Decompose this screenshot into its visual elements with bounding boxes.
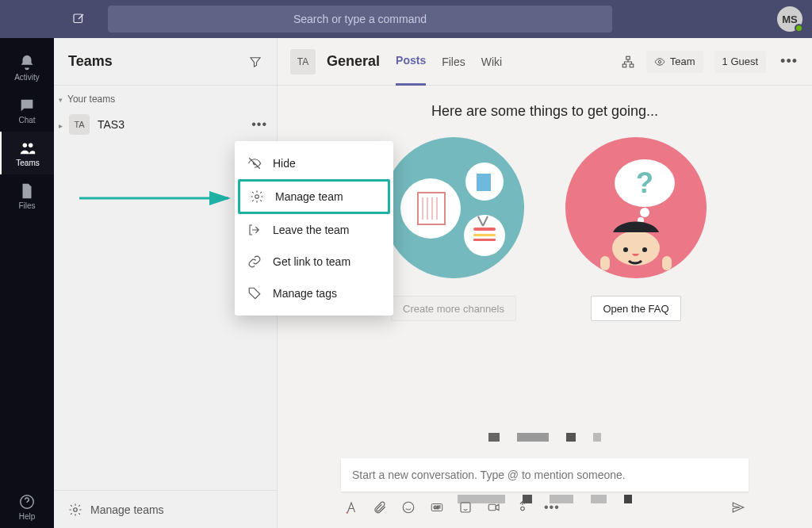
annotation-arrow — [79, 182, 238, 214]
teams-title: Teams — [68, 53, 113, 70]
tab-posts[interactable]: Posts — [396, 38, 426, 86]
avatar[interactable]: MS — [777, 6, 802, 32]
ctx-hide[interactable]: Hide — [235, 147, 393, 179]
channel-more-button[interactable]: ••• — [780, 53, 798, 70]
help-icon — [18, 493, 36, 511]
rail-help[interactable]: Help — [0, 485, 54, 528]
visibility-badge[interactable]: Team — [646, 51, 703, 73]
svg-point-4 — [74, 507, 78, 511]
leave-icon — [247, 223, 262, 237]
hero-title: Here are some things to get going... — [293, 103, 796, 120]
avatar-initials: MS — [782, 13, 798, 25]
presence-available-icon — [795, 24, 803, 33]
meet-now-icon[interactable] — [487, 500, 501, 515]
eye-icon — [654, 56, 665, 67]
teams-icon — [19, 140, 36, 157]
svg-rect-35 — [461, 503, 470, 512]
compose-toolbar: GIF ••• — [341, 492, 749, 518]
guest-badge[interactable]: 1 Guest — [714, 51, 767, 73]
tag-icon — [247, 286, 262, 300]
chat-icon — [18, 97, 36, 114]
svg-rect-8 — [622, 64, 626, 67]
left-rail: Activity Chat Teams Files Help — [0, 38, 54, 528]
svg-text:?: ? — [636, 166, 653, 199]
attach-icon[interactable] — [373, 500, 387, 515]
rail-teams[interactable]: Teams — [0, 132, 54, 174]
svg-rect-18 — [477, 174, 491, 191]
svg-rect-20 — [473, 228, 496, 231]
rail-activity[interactable]: Activity — [0, 46, 54, 89]
svg-rect-22 — [473, 239, 496, 241]
org-chart-icon[interactable] — [621, 55, 635, 69]
send-icon[interactable] — [731, 500, 745, 515]
svg-point-10 — [658, 60, 661, 63]
svg-point-37 — [521, 507, 525, 511]
sticker-icon[interactable] — [458, 500, 473, 515]
ctx-manage-team[interactable]: Manage team — [238, 179, 390, 214]
svg-point-29 — [642, 247, 647, 252]
files-icon — [18, 182, 36, 200]
compose-more-icon[interactable]: ••• — [544, 500, 560, 515]
create-channels-button[interactable]: Create more channels — [391, 296, 516, 321]
compose-input[interactable] — [341, 458, 749, 492]
chevron-right-icon — [59, 117, 69, 132]
illustration-faq: ? — [565, 137, 707, 278]
compose-area: GIF ••• — [278, 458, 812, 528]
hide-icon — [247, 156, 262, 170]
svg-rect-9 — [630, 64, 634, 67]
svg-point-28 — [623, 247, 628, 252]
ctx-get-link[interactable]: Get link to team — [235, 246, 393, 277]
card-faq: ? Open the FAQ — [565, 137, 707, 321]
card-create-channels: Create more channels — [382, 137, 525, 321]
tab-wiki[interactable]: Wiki — [481, 38, 502, 86]
team-badge: TA — [69, 114, 90, 135]
gear-icon — [250, 189, 264, 204]
team-more-button[interactable]: ••• — [251, 117, 267, 132]
search-input[interactable] — [108, 6, 612, 33]
team-name: TAS3 — [98, 118, 251, 131]
bell-icon — [18, 54, 36, 71]
channel-team-badge: TA — [290, 49, 316, 75]
emoji-icon[interactable] — [401, 500, 416, 515]
svg-text:GIF: GIF — [434, 505, 441, 510]
svg-rect-12 — [418, 193, 445, 224]
illustration-channels — [383, 137, 524, 278]
gif-icon[interactable]: GIF — [430, 500, 444, 515]
svg-point-1 — [23, 143, 27, 147]
team-row[interactable]: TA TAS3 ••• — [54, 109, 277, 140]
stream-icon[interactable] — [515, 500, 530, 515]
ctx-leave-team[interactable]: Leave the team — [235, 214, 393, 246]
top-bar: MS — [0, 0, 812, 38]
team-context-menu: Hide Manage team Leave the team Get link… — [235, 141, 393, 316]
svg-rect-0 — [74, 14, 82, 23]
open-faq-button[interactable]: Open the FAQ — [591, 296, 680, 321]
svg-point-2 — [29, 143, 33, 147]
channel-header: TA General Posts Files Wiki Team 1 Guest… — [278, 38, 812, 86]
link-icon — [247, 254, 262, 269]
your-teams-header[interactable]: Your teams — [54, 86, 277, 109]
channel-name: General — [327, 53, 380, 70]
rail-chat[interactable]: Chat — [0, 89, 54, 132]
manage-teams-button[interactable]: Manage teams — [54, 490, 277, 528]
tab-files[interactable]: Files — [442, 38, 465, 86]
gear-icon — [68, 503, 82, 517]
format-icon[interactable] — [344, 500, 358, 515]
svg-point-32 — [403, 502, 414, 513]
svg-point-27 — [612, 231, 660, 266]
svg-rect-7 — [626, 56, 630, 59]
svg-rect-36 — [488, 504, 496, 511]
svg-rect-21 — [473, 234, 496, 236]
svg-rect-31 — [662, 256, 672, 270]
svg-point-6 — [255, 195, 259, 199]
rail-files[interactable]: Files — [0, 174, 54, 217]
compose-icon[interactable] — [71, 12, 86, 26]
filter-icon[interactable] — [248, 55, 262, 69]
ctx-manage-tags[interactable]: Manage tags — [235, 277, 393, 309]
svg-point-24 — [640, 208, 649, 217]
svg-rect-30 — [600, 256, 610, 270]
